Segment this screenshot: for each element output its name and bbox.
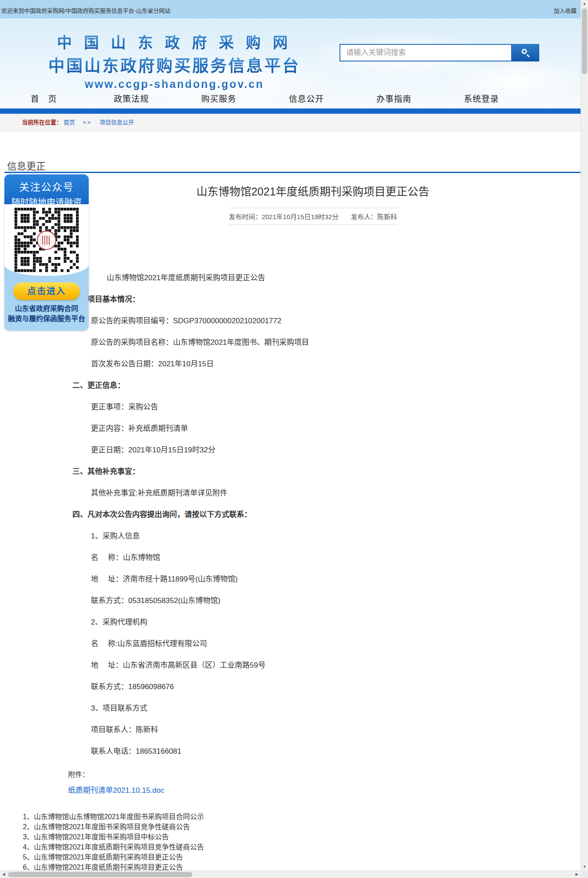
article-paragraph: 3、项目联系方式 [91,704,584,713]
publisher: 陈新科 [377,213,397,220]
article-paragraph: 更正内容：补充纸质期刊清单 [91,424,584,433]
article-paragraph: 山东博物馆2021年度纸质期刊采购项目更正公告 [107,274,584,282]
article-paragraph: 地 址：山东省济南市高新区县（区）工业南路59号 [91,661,584,670]
qr-code [4,204,89,276]
scroll-right-icon[interactable]: ▶ [573,871,581,878]
welcome-text: 欢迎来到中国政府采购网/中国政府购买服务信息平台-山东省分网站 [1,6,170,14]
promo-card: 关注公众号 随时随地申请融资 点击进入 山东省政府采购合同 融资与履约保函服务平… [4,174,89,331]
publish-time-label: 发布时间： [229,213,262,220]
site-logo: 中 国 山 东 政 府 采 购 网 中国山东政府购买服务信息平台 www.ccg… [39,31,310,90]
related-item-link[interactable]: 3、山东博物馆2021年度图书采购项目中标公告 [23,832,204,842]
nav-item[interactable]: 系统登录 [438,90,525,108]
article-paragraph: 更正日期：2021年10月15日19时32分 [91,446,584,455]
related-item-link[interactable]: 5、山东博物馆2021年度纸质期刊采购项目更正公告 [23,852,204,862]
breadcrumb-label: 当前所在位置： [22,119,62,126]
enter-button[interactable]: 点击进入 [13,282,80,300]
publish-info: 发布时间：2021年10月15日19时32分发布人：陈新科 [228,208,398,225]
article-paragraph: 其他补充事宜:补充纸质期刊清单详见附件 [91,489,584,498]
vertical-scrollbar[interactable]: ▲ ▼ [581,0,588,871]
article-paragraph: 联系人电话：18653166081 [91,747,584,756]
horizontal-scroll-thumb[interactable] [8,872,192,877]
breadcrumb: 当前所在位置： 首页 >> 项目信息公开 [0,114,588,131]
article-paragraph: 四、凡对本次公告内容提出询问，请按以下方式联系： [72,510,584,519]
horizontal-scrollbar[interactable]: ◀ ▶ [0,871,581,878]
article-paragraph: 联系方式：18596098676 [91,683,584,691]
site-header: 中 国 山 东 政 府 采 购 网 中国山东政府购买服务信息平台 www.ccg… [0,18,588,114]
article-paragraph: 地 址：济南市经十路11899号(山东博物馆) [91,575,584,584]
scroll-down-icon[interactable]: ▼ [581,863,588,871]
page: { "topbar": { "welcome": "欢迎来到中国政府采购网/中国… [0,0,588,878]
article-paragraph: 一、项目基本情况： [72,295,584,304]
article-paragraph: 联系方式：053185058352(山东博物馆) [91,596,584,605]
section-title: 信息更正 [7,158,46,172]
related-item-link[interactable]: 1、山东博物馆山东博物馆2021年度图书采购项目合同公示 [23,812,204,822]
vertical-scroll-thumb[interactable] [582,8,587,74]
topbar: 欢迎来到中国政府采购网/中国政府购买服务信息平台-山东省分网站 加入收藏 [0,0,588,18]
promo-caption-line2: 融资与履约保函服务平台 [4,314,89,324]
seal-icon [37,231,56,250]
logo-url: www.ccgp-shandong.gov.cn [39,78,310,90]
promo-caption: 山东省政府采购合同 融资与履约保函服务平台 [4,304,89,324]
breadcrumb-separator: >> [83,119,92,126]
publish-time: 2021年10月15日19时32分 [262,213,339,220]
section-title-underline [4,172,581,173]
article-body: 山东博物馆2021年度纸质期刊采购项目更正公告 一、项目基本情况： 原公告的采购… [42,274,584,756]
scroll-up-icon[interactable]: ▲ [581,0,588,7]
nav-item[interactable]: 办事指南 [350,90,437,108]
search-input[interactable] [339,44,512,61]
article-paragraph: 原公告的采购项目编号：SDGP370000000202102001772 [91,317,584,325]
article-paragraph: 更正事项：采购公告 [91,403,584,412]
breadcrumb-current-link[interactable]: 项目信息公开 [100,119,134,126]
logo-subtitle: 中国山东政府购买服务信息平台 [39,53,310,76]
nav-underline [0,108,588,114]
attachment-label: 附件： [68,769,584,779]
add-favorite-link[interactable]: 加入收藏 [554,6,577,14]
scrollbar-corner [581,871,588,878]
article-paragraph: 首次发布公告日期：2021年10月15日 [91,360,584,369]
article-paragraph: 1、采购人信息 [91,532,584,541]
nav-item[interactable]: 政策法规 [87,90,175,108]
search-button[interactable] [512,44,539,61]
nav-item[interactable]: 购买服务 [175,90,263,108]
related-item-link[interactable]: 4、山东博物馆2021年度纸质期刊采购项目竞争性磋商公告 [23,842,204,852]
breadcrumb-home-link[interactable]: 首页 [64,119,75,126]
nav-item[interactable]: 信息公开 [263,90,350,108]
search-icon [521,48,530,57]
article-paragraph: 名 称：山东博物馆 [91,553,584,562]
nav-item[interactable]: 首 页 [0,90,87,108]
logo-title: 中 国 山 东 政 府 采 购 网 [39,31,310,52]
search-bar [339,44,539,61]
scroll-left-icon[interactable]: ◀ [0,871,7,878]
article-paragraph: 原公告的采购项目名称：山东博物馆2021年度图书、期刊采购项目 [91,338,584,347]
attachment-block: 附件： 纸质期刊清单2021.10.15.doc [68,769,584,795]
related-list: 1、山东博物馆山东博物馆2021年度图书采购项目合同公示 2、山东博物馆2021… [23,812,204,872]
article-paragraph: 2、采购代理机构 [91,618,584,627]
related-item-link[interactable]: 2、山东博物馆2021年度图书采购项目竞争性磋商公告 [23,822,204,832]
article-paragraph: 名 称:山东蓝盾招标代理有限公司 [91,640,584,648]
article: 山东博物馆2021年度纸质期刊采购项目更正公告 发布时间：2021年10月15日… [42,177,584,795]
publisher-label: 发布人： [351,213,377,220]
main-nav: 首 页 政策法规 购买服务 信息公开 办事指南 系统登录 [0,90,525,108]
article-title: 山东博物馆2021年度纸质期刊采购项目更正公告 [42,183,584,199]
article-paragraph: 项目联系人：陈新科 [91,726,584,734]
promo-line1: 关注公众号 [4,179,89,194]
promo-header: 关注公众号 随时随地申请融资 [4,174,89,204]
attachment-link[interactable]: 纸质期刊清单2021.10.15.doc [68,784,164,795]
promo-caption-line1: 山东省政府采购合同 [4,304,89,314]
article-paragraph: 二、更正信息： [72,381,584,390]
article-paragraph: 三、其他补充事宜： [72,467,584,476]
